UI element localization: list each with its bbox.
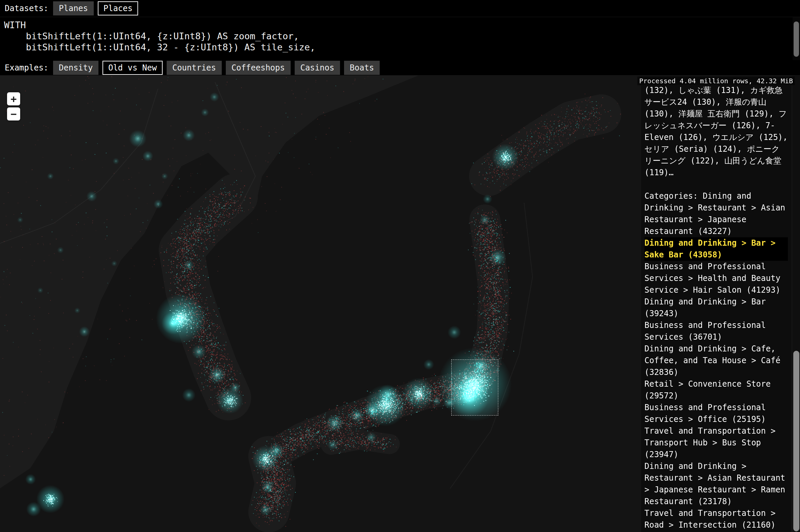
example-button-boats[interactable]: Boats: [344, 61, 380, 75]
dataset-buttons: PlanesPlaces: [53, 1, 138, 16]
zoom-out-button[interactable]: −: [7, 108, 20, 120]
category-item: Dining and Drinking > Restaurant > Asian…: [644, 460, 788, 508]
category-item: Travel and Transportation > Transport Hu…: [644, 425, 788, 460]
dataset-button-planes[interactable]: Planes: [53, 1, 94, 16]
selection-box[interactable]: [451, 360, 498, 416]
example-button-coffeeshops[interactable]: Coffeeshops: [226, 61, 291, 75]
editor-scrollbar-thumb[interactable]: [794, 21, 799, 57]
category-item: Categories: Dining and Drinking > Restau…: [644, 190, 788, 237]
category-item: Retail > Convenience Store (29572): [644, 378, 788, 402]
category-item: Dining and Drinking > Bar > Sake Bar (43…: [644, 237, 788, 261]
zoom-in-button[interactable]: +: [7, 92, 20, 106]
editor-scrollbar[interactable]: [793, 17, 800, 60]
sidebar-scrollbar-thumb[interactable]: [793, 351, 799, 531]
datasets-label: Datasets:: [5, 4, 48, 13]
datasets-bar: Datasets: PlanesPlaces: [0, 0, 800, 17]
example-button-density[interactable]: Density: [53, 61, 98, 75]
sidebar-scrollbar[interactable]: [793, 76, 800, 532]
examples-label: Examples:: [5, 63, 48, 73]
category-item: Dining and Drinking > Bar (39243): [644, 296, 788, 320]
example-buttons: DensityOld vs NewCountriesCoffeeshopsCas…: [53, 61, 380, 75]
example-button-old-vs-new[interactable]: Old vs New: [103, 61, 163, 75]
category-item: Business and Professional Services > Off…: [644, 402, 788, 425]
example-button-countries[interactable]: Countries: [167, 61, 222, 75]
sql-editor-panel: WITH bitShiftLeft(1::UInt64, {z:UInt8}) …: [0, 17, 800, 60]
category-item: Business and Professional Services (3670…: [644, 320, 788, 343]
categories-label: Categories:: [644, 191, 703, 201]
category-item: Travel and Transportation > Road > Inter…: [644, 508, 788, 531]
zoom-control: + −: [7, 92, 20, 120]
category-list: Categories: Dining and Drinking > Restau…: [644, 190, 788, 532]
sql-editor[interactable]: WITH bitShiftLeft(1::UInt64, {z:UInt8}) …: [0, 17, 800, 55]
top-names-text: (132), しゃぶ葉 (131), カギ救急サービス24 (130), 洋服の…: [644, 84, 788, 178]
example-button-casinos[interactable]: Casinos: [295, 61, 340, 75]
dataset-button-places[interactable]: Places: [98, 1, 139, 16]
examples-bar: Examples: DensityOld vs NewCountriesCoff…: [0, 60, 800, 76]
category-item: Dining and Drinking > Cafe, Coffee, and …: [644, 343, 788, 378]
stats-panel: (132), しゃぶ葉 (131), カギ救急サービス24 (130), 洋服の…: [641, 84, 791, 532]
status-text: Processed 4.04 million rows, 42.32 MiB: [637, 77, 795, 85]
category-item: Business and Professional Services > Hea…: [644, 261, 788, 296]
